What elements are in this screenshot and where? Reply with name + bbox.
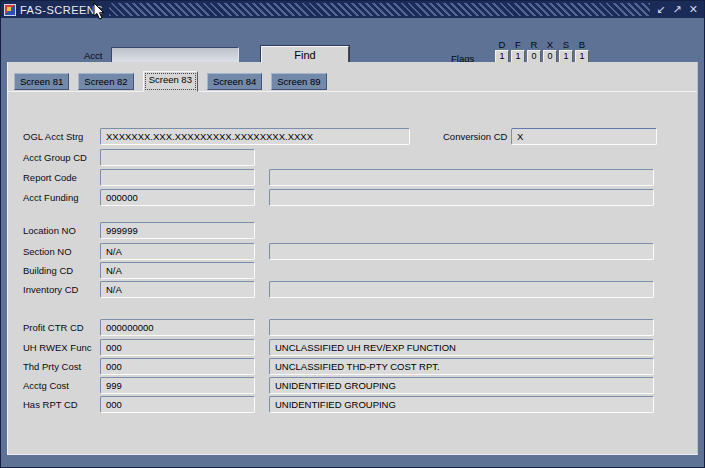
form-row: Thd Prty Cost 000 UNCLASSIFIED THD-PTY C… bbox=[0, 358, 705, 376]
form-row: Acct Funding 000000 bbox=[0, 189, 705, 207]
acctg-cost-desc-field[interactable]: UNIDENTIFIED GROUPING bbox=[269, 377, 654, 394]
report-code-field[interactable] bbox=[100, 169, 255, 186]
acct-funding-field[interactable]: 000000 bbox=[100, 189, 255, 206]
section-no-label: Section NO bbox=[23, 246, 72, 257]
profit-ctr-cd-field[interactable]: 000000000 bbox=[100, 319, 255, 336]
has-rpt-cd-field[interactable]: 000 bbox=[100, 396, 255, 413]
inventory-cd-field[interactable]: N/A bbox=[100, 281, 255, 298]
app-window: FAS-SCREENS ↙ ↗ ✕ Acct Find Flags D F R … bbox=[0, 0, 705, 468]
building-cd-label: Building CD bbox=[23, 265, 73, 276]
inventory-cd-desc-field[interactable] bbox=[269, 281, 654, 298]
tab-screen-84[interactable]: Screen 84 bbox=[207, 73, 262, 90]
section-no-field[interactable]: N/A bbox=[100, 243, 255, 260]
flag-col-d: D bbox=[495, 39, 509, 50]
uh-rwex-func-label: UH RWEX Func bbox=[23, 342, 91, 353]
ogl-acct-strg-field[interactable]: XXXXXXX.XXX.XXXXXXXXX.XXXXXXXX.XXXX bbox=[100, 128, 410, 145]
acct-input[interactable] bbox=[111, 47, 239, 63]
mouse-cursor-icon bbox=[93, 3, 106, 20]
conversion-cd-field[interactable]: X bbox=[511, 128, 657, 145]
form-row: Section NO N/A bbox=[0, 243, 705, 261]
acct-label: Acct bbox=[84, 50, 102, 61]
flag-col-r: R bbox=[527, 39, 541, 50]
flag-col-s: S bbox=[559, 39, 573, 50]
form-row: Has RPT CD 000 UNIDENTIFIED GROUPING bbox=[0, 396, 705, 414]
form-row: Profit CTR CD 000000000 bbox=[0, 319, 705, 337]
building-cd-field[interactable]: N/A bbox=[100, 262, 255, 279]
maximize-icon[interactable]: ↗ bbox=[673, 4, 682, 15]
report-code-label: Report Code bbox=[23, 172, 77, 183]
form-row: Building CD N/A bbox=[0, 262, 705, 280]
has-rpt-cd-desc-field[interactable]: UNIDENTIFIED GROUPING bbox=[269, 396, 654, 413]
conversion-cd-label: Conversion CD bbox=[443, 131, 507, 142]
thd-prty-cost-desc-field[interactable]: UNCLASSIFIED THD-PTY COST RPT. bbox=[269, 358, 654, 375]
titlebar[interactable]: FAS-SCREENS ↙ ↗ ✕ bbox=[1, 1, 704, 18]
window-title: FAS-SCREENS bbox=[20, 4, 103, 16]
tab-screen-89[interactable]: Screen 89 bbox=[271, 73, 326, 90]
form-row: Acctg Cost 999 UNIDENTIFIED GROUPING bbox=[0, 377, 705, 395]
uh-rwex-func-field[interactable]: 000 bbox=[100, 339, 255, 356]
ogl-acct-strg-label: OGL Acct Strg bbox=[23, 131, 83, 142]
acct-group-cd-label: Acct Group CD bbox=[23, 152, 87, 163]
minimize-icon[interactable]: ↙ bbox=[656, 4, 665, 15]
acctg-cost-field[interactable]: 999 bbox=[100, 377, 255, 394]
section-no-desc-field[interactable] bbox=[269, 243, 654, 260]
profit-ctr-cd-desc-field[interactable] bbox=[269, 319, 654, 336]
thd-prty-cost-field[interactable]: 000 bbox=[100, 358, 255, 375]
form-row: Location NO 999999 bbox=[0, 222, 705, 240]
close-icon[interactable]: ✕ bbox=[689, 4, 698, 15]
tab-screen-83[interactable]: Screen 83 bbox=[143, 71, 198, 92]
flag-col-x: X bbox=[543, 39, 557, 50]
profit-ctr-cd-label: Profit CTR CD bbox=[23, 322, 84, 333]
acctg-cost-label: Acctg Cost bbox=[23, 380, 69, 391]
acct-funding-desc-field[interactable] bbox=[269, 189, 654, 206]
form-row: OGL Acct Strg XXXXXXX.XXX.XXXXXXXXX.XXXX… bbox=[0, 128, 705, 146]
tab-screen-82[interactable]: Screen 82 bbox=[78, 73, 133, 90]
tab-bar: Screen 81 Screen 82 Screen 83 Screen 84 … bbox=[14, 73, 327, 92]
form-row: Report Code bbox=[0, 169, 705, 187]
form-row: Inventory CD N/A bbox=[0, 281, 705, 299]
location-no-label: Location NO bbox=[23, 225, 76, 236]
titlebar-texture bbox=[109, 3, 650, 16]
flag-col-b: B bbox=[575, 39, 589, 50]
form-row: UH RWEX Func 000 UNCLASSIFIED UH REV/EXP… bbox=[0, 339, 705, 357]
tab-screen-81[interactable]: Screen 81 bbox=[14, 73, 69, 90]
location-no-field[interactable]: 999999 bbox=[100, 222, 255, 239]
uh-rwex-func-desc-field[interactable]: UNCLASSIFIED UH REV/EXP FUNCTION bbox=[269, 339, 654, 356]
has-rpt-cd-label: Has RPT CD bbox=[23, 399, 78, 410]
form-row: Acct Group CD bbox=[0, 149, 705, 167]
flag-col-f: F bbox=[511, 39, 525, 50]
report-code-desc-field[interactable] bbox=[269, 169, 654, 186]
thd-prty-cost-label: Thd Prty Cost bbox=[23, 361, 81, 372]
toolbar: Acct Find Flags D F R X S B 1 1 0 0 1 1 … bbox=[1, 18, 704, 62]
acct-group-cd-field[interactable] bbox=[100, 149, 255, 166]
app-icon bbox=[4, 4, 16, 16]
acct-funding-label: Acct Funding bbox=[23, 192, 78, 203]
inventory-cd-label: Inventory CD bbox=[23, 284, 78, 295]
